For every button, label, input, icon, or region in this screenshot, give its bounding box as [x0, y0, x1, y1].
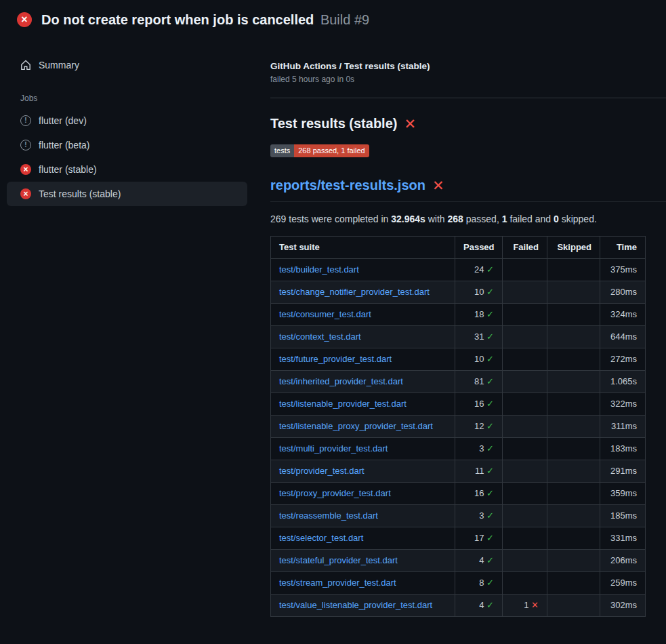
time-cell: 185ms [600, 505, 646, 527]
failed-cell [503, 371, 547, 393]
test-suite-link[interactable]: test/listenable_provider_test.dart [279, 399, 407, 409]
check-icon: ✓ [486, 399, 494, 409]
sidebar-item-flutter-dev[interactable]: flutter (dev) [7, 108, 247, 133]
check-icon: ✓ [486, 510, 494, 521]
test-suite-link[interactable]: test/value_listenable_provider_test.dart [279, 600, 432, 610]
count-value: 16 [474, 488, 486, 498]
time-cell: 324ms [600, 304, 646, 326]
test-suite-link[interactable]: test/proxy_provider_test.dart [279, 488, 391, 498]
breadcrumb: GitHub Actions / Test results (stable) [270, 61, 666, 71]
count-value: 18 [474, 309, 486, 319]
test-suite-link[interactable]: test/consumer_test.dart [279, 309, 371, 319]
suite-cell: test/consumer_test.dart [271, 304, 455, 326]
summary-text-4: failed and [507, 214, 554, 224]
check-icon: ✓ [486, 488, 494, 498]
check-icon: ✓ [486, 443, 494, 454]
suite-cell: test/stream_provider_test.dart [271, 572, 455, 595]
sidebar-item-label: flutter (beta) [39, 140, 89, 150]
time-cell: 259ms [600, 572, 646, 595]
count-value: 10 [474, 287, 486, 297]
sidebar-item-label: Test results (stable) [39, 188, 121, 199]
skipped-cell [547, 460, 600, 483]
test-suite-link[interactable]: test/provider_test.dart [279, 466, 365, 476]
time-cell: 280ms [600, 281, 646, 304]
x-circle-icon [20, 188, 31, 199]
failed-cell [503, 326, 547, 348]
column-header-failed: Failed [503, 237, 547, 259]
sidebar-item-flutter-beta[interactable]: flutter (beta) [7, 133, 247, 157]
test-suite-link[interactable]: test/inherited_provider_test.dart [279, 376, 403, 386]
section-title-text: Test results (stable) [270, 116, 397, 132]
test-suite-link[interactable]: test/context_test.dart [279, 331, 361, 342]
section-title: Test results (stable) [270, 116, 666, 132]
main-content: GitHub Actions / Test results (stable) f… [254, 38, 666, 617]
count-value: 4 [479, 600, 486, 610]
badge-label: tests [270, 144, 294, 157]
summary-text-3: passed, [463, 214, 502, 224]
test-suite-link[interactable]: test/future_provider_test.dart [279, 354, 392, 364]
run-title: Do not create report when job is cancell… [41, 12, 369, 28]
test-suite-link[interactable]: test/builder_test.dart [279, 264, 359, 275]
time-cell: 322ms [600, 393, 646, 416]
test-suite-link[interactable]: test/reassemble_test.dart [279, 510, 378, 521]
sidebar-item-flutter-stable[interactable]: flutter (stable) [7, 157, 247, 182]
failed-cell [503, 527, 547, 550]
sidebar-item-test-results-stable[interactable]: Test results (stable) [7, 182, 247, 206]
failed-cell [503, 483, 547, 505]
home-icon [20, 60, 31, 71]
table-row: test/provider_test.dart11 ✓291ms [271, 460, 646, 483]
passed-cell: 4 ✓ [455, 595, 503, 617]
passed-count: 268 [448, 214, 463, 224]
table-header-row: Test suite Passed Failed Skipped Time [271, 237, 646, 259]
summary-text-1: 269 tests were completed in [270, 214, 391, 224]
check-icon: ✓ [486, 421, 494, 431]
results-table: Test suite Passed Failed Skipped Time te… [270, 236, 646, 617]
failed-cell [503, 460, 547, 483]
body-row: Summary Jobs flutter (dev)flutter (beta)… [0, 38, 666, 617]
count-value: 12 [474, 421, 486, 431]
passed-cell: 10 ✓ [455, 281, 503, 304]
table-row: test/future_provider_test.dart10 ✓272ms [271, 348, 646, 371]
count-value: 3 [479, 510, 486, 521]
failed-cell [503, 259, 547, 281]
test-suite-link[interactable]: test/stateful_provider_test.dart [279, 555, 398, 565]
suite-cell: test/selector_test.dart [271, 527, 455, 550]
table-row: test/builder_test.dart24 ✓375ms [271, 259, 646, 281]
passed-cell: 18 ✓ [455, 304, 503, 326]
count-value: 16 [474, 399, 486, 409]
count-value: 10 [474, 354, 486, 364]
test-suite-link[interactable]: test/multi_provider_test.dart [279, 443, 388, 454]
failed-cell [503, 438, 547, 460]
check-icon: ✓ [486, 466, 494, 476]
build-page: Do not create report when job is cancell… [0, 0, 666, 644]
column-header-time: Time [600, 237, 646, 259]
count-value: 31 [474, 331, 486, 342]
passed-cell: 17 ✓ [455, 527, 503, 550]
suite-cell: test/context_test.dart [271, 326, 455, 348]
report-link[interactable]: reports/test-results.json [270, 178, 425, 193]
table-row: test/listenable_proxy_provider_test.dart… [271, 416, 646, 438]
count-value: 81 [474, 376, 486, 386]
column-header-skipped: Skipped [547, 237, 600, 259]
skipped-cell [547, 438, 600, 460]
time-cell: 359ms [600, 483, 646, 505]
table-row: test/consumer_test.dart18 ✓324ms [271, 304, 646, 326]
check-icon: ✓ [486, 287, 494, 297]
suite-cell: test/value_listenable_provider_test.dart [271, 595, 455, 617]
table-row: test/multi_provider_test.dart3 ✓183ms [271, 438, 646, 460]
test-suite-link[interactable]: test/listenable_proxy_provider_test.dart [279, 421, 433, 431]
divider [270, 98, 666, 98]
test-suite-link[interactable]: test/change_notifier_provider_test.dart [279, 287, 430, 297]
summary-text-2: with [425, 214, 448, 224]
sidebar-item-label: flutter (dev) [39, 115, 87, 126]
skipped-cell [547, 259, 600, 281]
run-header: Do not create report when job is cancell… [0, 0, 666, 38]
sidebar-item-summary[interactable]: Summary [7, 53, 247, 77]
test-suite-link[interactable]: test/selector_test.dart [279, 533, 363, 543]
time-cell: 644ms [600, 326, 646, 348]
tests-badge: tests 268 passed, 1 failed [270, 144, 369, 157]
passed-cell: 31 ✓ [455, 326, 503, 348]
test-suite-link[interactable]: test/stream_provider_test.dart [279, 578, 396, 588]
sidebar: Summary Jobs flutter (dev)flutter (beta)… [0, 38, 254, 206]
suite-cell: test/inherited_provider_test.dart [271, 371, 455, 393]
